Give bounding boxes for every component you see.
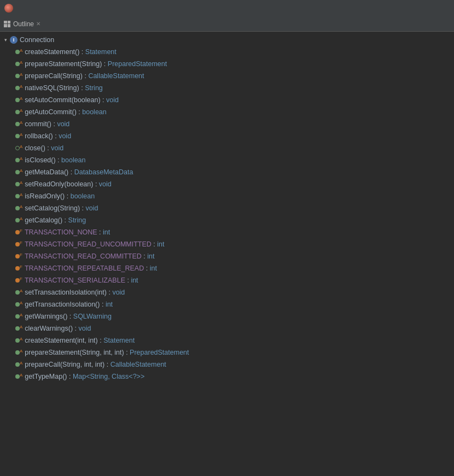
method-label: getTransactionIsolation() : int — [25, 301, 113, 308]
field-bullet — [15, 254, 20, 258]
list-item[interactable]: AprepareCall(String) : CallableStatement — [0, 70, 454, 82]
method-icon: A — [15, 338, 22, 343]
list-item[interactable]: AsetAutoCommit(boolean) : void — [0, 94, 454, 106]
method-icon: A — [15, 290, 22, 295]
method-modifier: A — [20, 337, 22, 342]
method-icon: A — [15, 74, 22, 79]
method-bullet — [15, 158, 20, 162]
field-icon: F — [15, 230, 22, 235]
field-icon: F — [15, 266, 22, 271]
eclipse-icon — [4, 4, 13, 13]
method-bullet — [15, 74, 20, 78]
method-bullet — [15, 146, 20, 150]
field-label: TRANSACTION_READ_COMMITTED : int — [25, 252, 155, 260]
list-item[interactable]: Acommit() : void — [0, 118, 454, 130]
method-icon: A — [15, 134, 22, 139]
method-modifier: A — [20, 361, 22, 366]
field-modifier: F — [20, 252, 22, 257]
method-modifier: A — [20, 108, 22, 113]
tree-children: AcreateStatement() : StatementAprepareSt… — [0, 46, 454, 383]
chevron-icon: ▾ — [2, 37, 9, 43]
field-label: TRANSACTION_NONE : int — [25, 228, 110, 236]
method-icon: A — [15, 122, 22, 127]
list-item[interactable]: AgetTypeMap() : Map<String, Class<?>> — [0, 371, 454, 383]
method-modifier: A — [20, 132, 22, 137]
method-icon: A — [15, 302, 22, 307]
method-label: isClosed() : boolean — [25, 156, 85, 164]
list-item[interactable]: AnativeSQL(String) : String — [0, 82, 454, 94]
list-item[interactable]: AgetMetaData() : DatabaseMetaData — [0, 166, 454, 178]
field-label: TRANSACTION_REPEATABLE_READ : int — [25, 265, 157, 272]
method-bullet — [15, 62, 20, 66]
method-modifier: A — [20, 60, 22, 65]
interface-icon: I — [10, 36, 18, 44]
method-label: getTypeMap() : Map<String, Class<?>> — [25, 373, 144, 380]
list-item[interactable]: AgetAutoCommit() : boolean — [0, 106, 454, 118]
list-item[interactable]: AclearWarnings() : void — [0, 322, 454, 334]
field-bullet — [15, 278, 20, 283]
list-item[interactable]: AisClosed() : boolean — [0, 154, 454, 166]
method-icon: A — [15, 62, 22, 67]
title-bar — [0, 0, 454, 16]
list-item[interactable]: AsetTransactionIsolation(int) : void — [0, 286, 454, 298]
method-modifier: A — [20, 289, 22, 293]
method-label: commit() : void — [25, 120, 69, 128]
outline-title: Outline — [13, 20, 34, 28]
field-icon: F — [15, 254, 22, 259]
method-icon: A — [15, 374, 22, 379]
method-modifier: A — [20, 120, 22, 125]
method-bullet — [15, 350, 20, 355]
list-item[interactable]: AgetWarnings() : SQLWarning — [0, 310, 454, 322]
list-item[interactable]: AprepareStatement(String) : PreparedStat… — [0, 58, 454, 70]
list-item[interactable]: AprepareCall(String, int, int) : Callabl… — [0, 359, 454, 371]
method-icon: A — [15, 110, 22, 115]
method-icon: A — [15, 170, 22, 175]
tree-root-item[interactable]: ▾ I Connection — [0, 34, 454, 46]
method-bullet — [15, 362, 20, 367]
list-item[interactable]: AgetTransactionIsolation() : int — [0, 298, 454, 310]
method-bullet — [15, 170, 20, 174]
method-bullet — [15, 182, 20, 186]
method-icon: A — [15, 350, 22, 355]
method-icon: A — [15, 50, 22, 55]
list-item[interactable]: AcreateStatement(int, int) : Statement — [0, 334, 454, 346]
method-label: prepareStatement(String) : PreparedState… — [25, 60, 167, 68]
method-modifier: A — [20, 84, 22, 89]
method-label: nativeSQL(String) : String — [25, 84, 102, 92]
method-icon: A — [15, 86, 22, 91]
list-item[interactable]: FTRANSACTION_NONE : int — [0, 226, 454, 238]
close-tab-button[interactable]: ✕ — [36, 21, 40, 27]
method-icon: A — [15, 146, 22, 151]
list-item[interactable]: Aclose() : void — [0, 142, 454, 154]
list-item[interactable]: AsetCatalog(String) : void — [0, 202, 454, 214]
method-modifier: A — [20, 168, 22, 173]
method-bullet — [15, 326, 20, 331]
method-bullet — [15, 206, 20, 210]
method-label: isReadOnly() : boolean — [25, 192, 95, 200]
method-bullet — [15, 338, 20, 343]
method-modifier: A — [20, 301, 22, 305]
list-item[interactable]: FTRANSACTION_READ_COMMITTED : int — [0, 250, 454, 262]
field-modifier: F — [20, 277, 22, 281]
list-item[interactable]: Arollback() : void — [0, 130, 454, 142]
list-item[interactable]: FTRANSACTION_REPEATABLE_READ : int — [0, 262, 454, 274]
field-icon: F — [15, 278, 22, 283]
list-item[interactable]: AcreateStatement() : Statement — [0, 46, 454, 58]
method-label: close() : void — [25, 144, 63, 152]
field-modifier: F — [20, 265, 22, 269]
tree-content: ▾ I Connection AcreateStatement() : Stat… — [0, 32, 454, 385]
list-item[interactable]: AisReadOnly() : boolean — [0, 190, 454, 202]
list-item[interactable]: FTRANSACTION_READ_UNCOMMITTED : int — [0, 238, 454, 250]
list-item[interactable]: AsetReadOnly(boolean) : void — [0, 178, 454, 190]
method-modifier: A — [20, 144, 22, 149]
method-icon: A — [15, 314, 22, 319]
list-item[interactable]: AgetCatalog() : String — [0, 214, 454, 226]
method-modifier: A — [20, 72, 22, 77]
method-bullet — [15, 122, 20, 126]
method-label: prepareCall(String, int, int) : Callable… — [25, 361, 166, 368]
list-item[interactable]: AprepareStatement(String, int, int) : Pr… — [0, 346, 454, 359]
method-label: getAutoCommit() : boolean — [25, 108, 106, 116]
method-label: prepareStatement(String, int, int) : Pre… — [25, 349, 189, 356]
field-label: TRANSACTION_SERIALIZABLE : int — [25, 277, 138, 284]
list-item[interactable]: FTRANSACTION_SERIALIZABLE : int — [0, 274, 454, 286]
